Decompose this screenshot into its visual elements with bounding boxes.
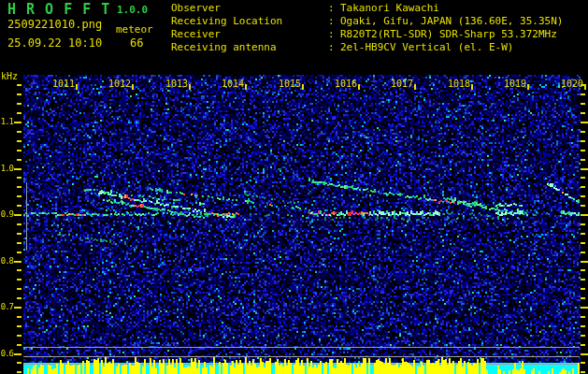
info-row-antenna: Receiving antenna:2el-HB9CV Vertical (el… [171, 41, 563, 54]
antenna-label: Receiving antenna [171, 41, 328, 54]
colon: : [328, 41, 340, 54]
capture-datetime: 25.09.22 10:10 [7, 36, 102, 50]
app-version: 1.0.0 [117, 4, 148, 16]
app-title: H R O F F T [7, 1, 110, 18]
observer-value: Takanori Kawachi [340, 2, 439, 15]
location-label: Receiving Location [171, 15, 328, 28]
mode-label: meteor [116, 23, 153, 36]
location-value: Ogaki, Gifu, JAPAN (136.60E, 35.35N) [340, 15, 563, 28]
observer-label: Observer [171, 2, 328, 15]
antenna-value: 2el-HB9CV Vertical (el. E-W) [340, 41, 513, 54]
info-row-location: Receiving Location:Ogaki, Gifu, JAPAN (1… [171, 15, 563, 28]
station-info: Observer:Takanori Kawachi Receiving Loca… [171, 2, 563, 54]
receiver-value: R820T2(RTL-SDR) SDR-Sharp 53.372MHz [340, 28, 557, 41]
hrofft-screen: H R O F F T 1.0.0 2509221010.png meteor … [0, 0, 588, 374]
colon: : [328, 28, 340, 41]
y-axis-unit: kHz [1, 71, 18, 81]
info-row-receiver: Receiver:R820T2(RTL-SDR) SDR-Sharp 53.37… [171, 28, 563, 41]
colon: : [328, 15, 340, 28]
receiver-label: Receiver [171, 28, 328, 41]
echo-count: 66 [130, 36, 143, 50]
capture-filename: 2509221010.png [7, 18, 102, 31]
colon: : [328, 2, 340, 15]
spectrogram-canvas [0, 0, 588, 374]
info-row-observer: Observer:Takanori Kawachi [171, 2, 563, 15]
